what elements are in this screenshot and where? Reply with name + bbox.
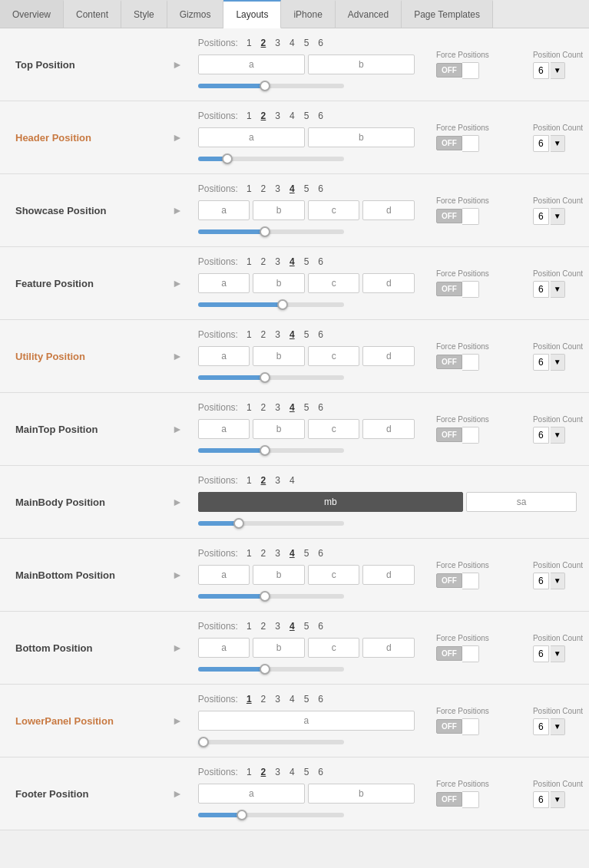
pos-num-4-6[interactable]: 4 [287, 475, 297, 486]
force-checkbox-3[interactable] [462, 281, 479, 298]
count-arrow-3[interactable]: ▼ [551, 281, 565, 298]
force-checkbox-8[interactable] [462, 645, 479, 662]
pos-num-3-2[interactable]: 3 [273, 183, 283, 194]
slider-thumb-7[interactable] [260, 591, 270, 602]
force-off-1[interactable]: OFF [436, 136, 462, 150]
force-off-7[interactable]: OFF [436, 573, 462, 588]
count-arrow-9[interactable]: ▼ [551, 718, 565, 735]
pos-num-4-1[interactable]: 4 [287, 111, 297, 121]
slider-6[interactable] [198, 518, 577, 529]
slider-thumb-6[interactable] [233, 518, 244, 529]
force-toggle-2[interactable]: OFF [436, 208, 518, 225]
pos-num-1-1[interactable]: 1 [244, 111, 254, 121]
force-toggle-3[interactable]: OFF [436, 281, 518, 298]
slider-thumb-0[interactable] [260, 81, 270, 91]
slider-thumb-4[interactable] [260, 372, 270, 383]
pos-num-5-2[interactable]: 5 [302, 183, 312, 194]
count-arrow-10[interactable]: ▼ [551, 791, 565, 808]
pos-num-3-8[interactable]: 3 [273, 621, 283, 632]
pos-num-5-8[interactable]: 5 [302, 621, 312, 632]
pos-num-4-4[interactable]: 4 [287, 329, 297, 340]
count-select-3[interactable]: 6▼ [533, 281, 583, 298]
slider-5[interactable] [198, 445, 415, 456]
pos-num-6-10[interactable]: 6 [316, 767, 326, 777]
pos-num-4-8[interactable]: 4 [287, 621, 297, 632]
pos-num-2-3[interactable]: 2 [259, 256, 269, 267]
tab-iphone[interactable]: iPhone [281, 0, 335, 28]
force-toggle-8[interactable]: OFF [436, 645, 518, 662]
force-toggle-9[interactable]: OFF [436, 718, 518, 735]
force-checkbox-9[interactable] [462, 718, 479, 735]
force-toggle-10[interactable]: OFF [436, 791, 518, 808]
count-select-0[interactable]: 6▼ [533, 62, 583, 79]
pos-num-1-6[interactable]: 1 [244, 475, 254, 486]
pos-num-6-9[interactable]: 6 [316, 694, 326, 705]
count-arrow-7[interactable]: ▼ [551, 573, 565, 589]
pos-num-5-3[interactable]: 5 [302, 256, 312, 267]
force-checkbox-5[interactable] [462, 427, 479, 444]
pos-num-2-6[interactable]: 2 [259, 475, 269, 486]
slider-9[interactable] [198, 737, 415, 748]
tab-advanced[interactable]: Advanced [336, 0, 402, 28]
count-select-9[interactable]: 6▼ [533, 718, 583, 735]
pos-num-2-1[interactable]: 2 [259, 111, 269, 121]
force-off-8[interactable]: OFF [436, 646, 462, 661]
pos-num-6-2[interactable]: 6 [316, 183, 326, 194]
count-arrow-8[interactable]: ▼ [551, 645, 565, 662]
count-select-5[interactable]: 6▼ [533, 427, 583, 444]
pos-num-6-5[interactable]: 6 [316, 402, 326, 413]
slider-2[interactable] [198, 226, 415, 237]
pos-num-1-8[interactable]: 1 [244, 621, 254, 632]
pos-num-1-4[interactable]: 1 [244, 329, 254, 340]
pos-num-4-7[interactable]: 4 [287, 548, 297, 559]
pos-num-5-5[interactable]: 5 [302, 402, 312, 413]
slider-3[interactable] [198, 299, 415, 310]
pos-num-4-2[interactable]: 4 [287, 183, 297, 194]
force-checkbox-10[interactable] [462, 791, 479, 808]
slider-8[interactable] [198, 664, 415, 675]
slider-thumb-9[interactable] [198, 737, 209, 748]
slider-thumb-2[interactable] [260, 226, 270, 237]
tab-style[interactable]: Style [121, 0, 167, 28]
pos-num-6-3[interactable]: 6 [316, 256, 326, 267]
pos-num-2-10[interactable]: 2 [259, 767, 269, 777]
tab-content[interactable]: Content [64, 0, 121, 28]
tab-overview[interactable]: Overview [0, 0, 64, 28]
force-off-2[interactable]: OFF [436, 209, 462, 223]
pos-num-5-10[interactable]: 5 [302, 767, 312, 777]
force-off-4[interactable]: OFF [436, 355, 462, 369]
slider-1[interactable] [198, 153, 415, 164]
pos-num-2-8[interactable]: 2 [259, 621, 269, 632]
force-toggle-4[interactable]: OFF [436, 354, 518, 371]
count-select-7[interactable]: 6▼ [533, 573, 583, 589]
pos-num-3-10[interactable]: 3 [273, 767, 283, 777]
tab-gizmos[interactable]: Gizmos [167, 0, 224, 28]
pos-num-5-9[interactable]: 5 [302, 694, 312, 705]
pos-num-3-1[interactable]: 3 [273, 111, 283, 121]
force-off-3[interactable]: OFF [436, 282, 462, 296]
count-arrow-1[interactable]: ▼ [551, 135, 565, 152]
slider-thumb-8[interactable] [260, 664, 270, 675]
pos-num-5-4[interactable]: 5 [302, 329, 312, 340]
slider-thumb-3[interactable] [277, 299, 288, 310]
force-checkbox-0[interactable] [462, 62, 479, 79]
force-off-0[interactable]: OFF [436, 63, 462, 78]
force-toggle-5[interactable]: OFF [436, 427, 518, 444]
pos-num-5-0[interactable]: 5 [302, 38, 312, 48]
pos-num-1-10[interactable]: 1 [244, 767, 254, 777]
pos-num-3-7[interactable]: 3 [273, 548, 283, 559]
count-arrow-5[interactable]: ▼ [551, 427, 565, 444]
force-checkbox-7[interactable] [462, 573, 479, 589]
pos-num-2-7[interactable]: 2 [259, 548, 269, 559]
force-off-5[interactable]: OFF [436, 427, 462, 442]
pos-num-2-4[interactable]: 2 [259, 329, 269, 340]
pos-num-4-9[interactable]: 4 [287, 694, 297, 705]
count-select-10[interactable]: 6▼ [533, 791, 583, 808]
pos-num-4-10[interactable]: 4 [287, 767, 297, 777]
force-checkbox-4[interactable] [462, 354, 479, 371]
pos-num-3-3[interactable]: 3 [273, 256, 283, 267]
pos-num-1-3[interactable]: 1 [244, 256, 254, 267]
pos-num-3-4[interactable]: 3 [273, 329, 283, 340]
pos-num-2-0[interactable]: 2 [259, 38, 269, 48]
count-arrow-2[interactable]: ▼ [551, 208, 565, 225]
